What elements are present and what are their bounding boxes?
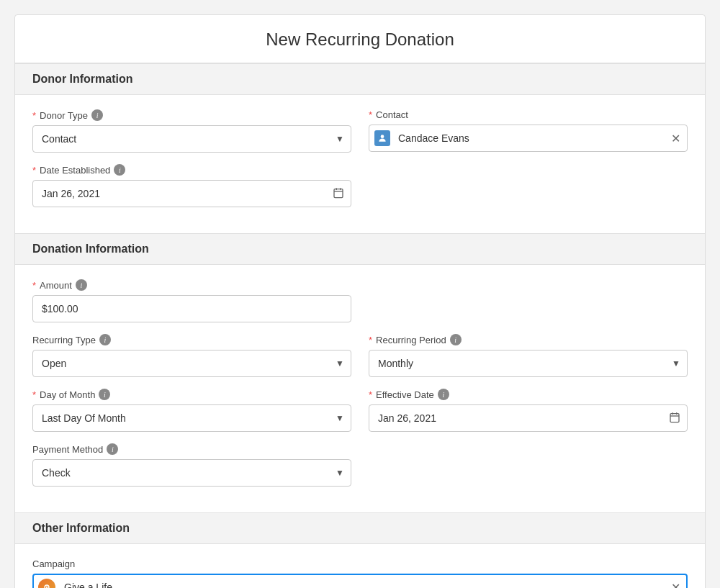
day-of-month-group: * Day of Month i Last Day Of Month 1st 1… — [32, 389, 351, 432]
date-established-required-star: * — [32, 165, 36, 176]
contact-input-wrapper: ✕ — [369, 125, 688, 152]
date-established-row: * Date Established i — [32, 164, 688, 207]
date-established-group: * Date Established i — [32, 164, 351, 207]
payment-method-info-icon[interactable]: i — [107, 443, 118, 455]
contact-input[interactable] — [369, 125, 688, 152]
date-established-calendar-icon[interactable] — [333, 187, 344, 201]
donor-type-select[interactable]: Contact Organization Household — [32, 125, 351, 153]
donor-type-select-wrapper: Contact Organization Household ▼ — [32, 125, 351, 153]
amount-required-star: * — [32, 280, 36, 291]
amount-input[interactable] — [32, 295, 351, 322]
campaign-group: Campaign ✕ — [32, 558, 688, 588]
svg-point-0 — [381, 135, 384, 138]
recurring-period-label: * Recurring Period i — [369, 334, 688, 345]
date-established-input[interactable] — [32, 180, 351, 207]
amount-label: * Amount i — [32, 279, 351, 291]
amount-info-icon[interactable]: i — [76, 279, 87, 291]
date-established-input-wrapper — [32, 180, 351, 207]
contact-avatar-icon — [374, 130, 390, 146]
campaign-clear-icon[interactable]: ✕ — [671, 581, 680, 589]
donation-information-section-header: Donation Information — [15, 233, 705, 265]
donor-type-required-star: * — [32, 110, 36, 121]
recurring-period-info-icon[interactable]: i — [450, 334, 462, 345]
recurring-period-group: * Recurring Period i Monthly Weekly Quar… — [369, 334, 688, 377]
payment-method-label: Payment Method i — [32, 443, 351, 455]
donation-information-section-body: * Amount i Recurring Type i Open Fixed — [15, 265, 705, 512]
svg-rect-1 — [334, 189, 343, 197]
other-information-section-body: Campaign ✕ — [15, 544, 705, 588]
donor-type-label: * Donor Type i — [32, 109, 351, 121]
contact-required-star: * — [369, 109, 372, 120]
donor-type-info-icon[interactable]: i — [91, 109, 103, 121]
payment-method-select-wrapper: Check Credit Card ACH ▼ — [32, 459, 351, 487]
contact-group: * Contact ✕ — [369, 109, 688, 153]
day-of-month-select[interactable]: Last Day Of Month 1st 15th — [32, 404, 351, 432]
recurring-type-label: Recurring Type i — [32, 334, 351, 345]
other-information-section-header: Other Information — [15, 512, 705, 544]
day-of-month-label: * Day of Month i — [32, 389, 351, 400]
recurring-type-select-wrapper: Open Fixed ▼ — [32, 350, 351, 377]
payment-method-select[interactable]: Check Credit Card ACH — [32, 459, 351, 487]
form-container: New Recurring Donation Donor Information… — [14, 14, 706, 588]
donor-information-section-header: Donor Information — [15, 63, 705, 95]
day-of-month-select-wrapper: Last Day Of Month 1st 15th ▼ — [32, 404, 351, 432]
effective-date-required-star: * — [369, 389, 372, 400]
campaign-input[interactable] — [32, 574, 688, 588]
effective-date-group: * Effective Date i — [369, 389, 688, 432]
campaign-row: Campaign ✕ — [32, 558, 688, 588]
day-of-month-info-icon[interactable]: i — [99, 389, 110, 400]
effective-date-info-icon[interactable]: i — [438, 389, 449, 400]
day-of-month-effective-date-row: * Day of Month i Last Day Of Month 1st 1… — [32, 389, 688, 432]
amount-group: * Amount i — [32, 279, 351, 322]
payment-method-row: Payment Method i Check Credit Card ACH ▼ — [32, 443, 688, 487]
recurring-period-required-star: * — [369, 335, 372, 345]
effective-date-label: * Effective Date i — [369, 389, 688, 400]
recurring-type-period-row: Recurring Type i Open Fixed ▼ * Recurrin… — [32, 334, 688, 377]
date-established-info-icon[interactable]: i — [114, 164, 125, 176]
recurring-period-select-wrapper: Monthly Weekly Quarterly Yearly ▼ — [369, 350, 688, 377]
effective-date-input[interactable] — [369, 404, 688, 432]
date-established-label: * Date Established i — [32, 164, 351, 176]
contact-clear-icon[interactable]: ✕ — [671, 132, 680, 145]
recurring-period-select[interactable]: Monthly Weekly Quarterly Yearly — [369, 350, 688, 377]
donor-type-contact-row: * Donor Type i Contact Organization Hous… — [32, 109, 688, 153]
payment-method-group: Payment Method i Check Credit Card ACH ▼ — [32, 443, 351, 487]
donor-information-section-body: * Donor Type i Contact Organization Hous… — [15, 95, 705, 233]
day-of-month-required-star: * — [32, 389, 36, 400]
amount-row: * Amount i — [32, 279, 688, 322]
campaign-input-wrapper: ✕ — [32, 574, 688, 588]
contact-label: * Contact — [369, 109, 688, 120]
campaign-label: Campaign — [32, 558, 688, 569]
svg-rect-5 — [670, 413, 679, 422]
form-title: New Recurring Donation — [15, 15, 705, 63]
donor-type-group: * Donor Type i Contact Organization Hous… — [32, 109, 351, 153]
effective-date-input-wrapper — [369, 404, 688, 432]
recurring-type-select[interactable]: Open Fixed — [32, 350, 351, 377]
recurring-type-info-icon[interactable]: i — [99, 334, 111, 345]
recurring-type-group: Recurring Type i Open Fixed ▼ — [32, 334, 351, 377]
effective-date-calendar-icon[interactable] — [669, 412, 680, 425]
